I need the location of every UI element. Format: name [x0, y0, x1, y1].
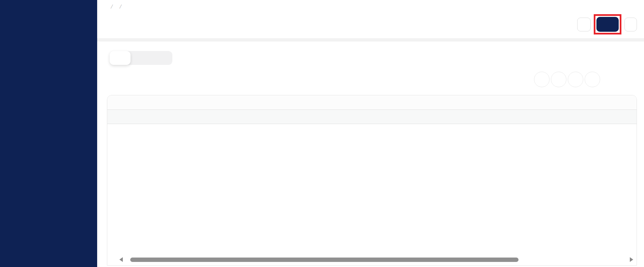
add-button-annotation: [594, 14, 621, 34]
more-options-button[interactable]: [624, 18, 637, 31]
tab-grid-view[interactable]: [110, 51, 131, 65]
header-actions: [577, 14, 637, 35]
sidebar-nav: [0, 0, 97, 267]
print-button-disabled: [615, 72, 627, 87]
scrollbar-thumb[interactable]: [130, 258, 519, 262]
header-divider: [97, 38, 644, 42]
breadcrumb: / /: [107, 4, 125, 10]
export-xls-button[interactable]: [585, 72, 600, 87]
grid-toolbar: [534, 72, 627, 87]
settings-button[interactable]: [551, 72, 566, 87]
scroll-right-arrow[interactable]: [630, 257, 633, 262]
tab-list-view[interactable]: [151, 51, 172, 65]
app-root: / /: [0, 0, 644, 267]
view-tabs: [110, 51, 172, 65]
grid-header-row: [107, 95, 637, 110]
grid-filter-row: [107, 110, 637, 124]
add-button[interactable]: [596, 17, 619, 32]
horizontal-scrollbar: [107, 254, 637, 265]
email-button-disabled: [601, 72, 614, 87]
receive-payments-grid: [107, 95, 637, 266]
undo-button[interactable]: [534, 72, 550, 87]
layout-export-button[interactable]: [568, 72, 583, 87]
tab-table-view[interactable]: [131, 51, 151, 65]
breadcrumb-separator: /: [110, 4, 113, 10]
how-to-button[interactable]: [577, 18, 591, 31]
scroll-left-arrow[interactable]: [119, 257, 123, 262]
breadcrumb-separator: /: [119, 4, 122, 10]
